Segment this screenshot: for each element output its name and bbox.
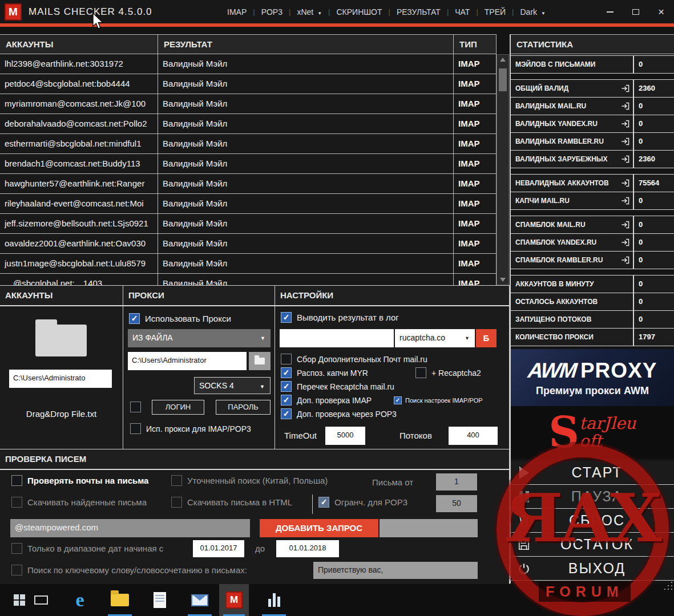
table-row[interactable]: oavaldez2001@earthlink.net:Oav030Валидны… bbox=[0, 234, 497, 254]
password-button[interactable]: ПАРОЛЬ bbox=[216, 400, 271, 415]
table-row[interactable]: justn1mage@sbcglobal.net:Lulu8579Валидны… bbox=[0, 254, 497, 274]
table-row[interactable]: myriamroman@comcast.net:Jk@100Валидный М… bbox=[0, 94, 497, 114]
column-header-type[interactable]: ТИП bbox=[454, 35, 497, 54]
taskbar-stats-app[interactable] bbox=[258, 584, 290, 616]
export-icon[interactable] bbox=[621, 179, 629, 187]
table-row[interactable]: petdoc4@sbcglobal.net:bob4444Валидный Мэ… bbox=[0, 74, 497, 94]
column-header-result[interactable]: РЕЗУЛЬТАТ bbox=[158, 35, 454, 54]
balance-button[interactable]: Б bbox=[476, 329, 497, 347]
menu-screenshot[interactable]: СКРИНШОТ bbox=[336, 7, 382, 17]
myr-captcha-checkbox[interactable] bbox=[281, 367, 292, 378]
table-row[interactable]: esthermarti@sbcglobal.net:mindful1Валидн… bbox=[0, 134, 497, 154]
taskbar-internet-explorer[interactable]: e bbox=[64, 584, 96, 616]
export-icon[interactable] bbox=[621, 84, 629, 92]
log-output-checkbox[interactable] bbox=[281, 312, 292, 323]
export-icon[interactable] bbox=[621, 102, 629, 110]
login-button[interactable]: ЛОГИН bbox=[152, 400, 204, 415]
power-control-button[interactable]: ВЫХОД bbox=[511, 557, 674, 581]
minimize-button[interactable] bbox=[597, 0, 623, 23]
cell-account: lhl2398@earthlink.net:3031972 bbox=[0, 54, 158, 74]
accounts-path-input[interactable]: C:\Users\Administrato bbox=[9, 370, 112, 388]
download-letters-checkbox[interactable] bbox=[11, 497, 22, 508]
stat-label: СПАМБЛОК RAMBLER.RU bbox=[511, 252, 633, 269]
timeout-input[interactable]: 5000 bbox=[325, 427, 365, 445]
pop3-limit-checkbox[interactable] bbox=[318, 497, 329, 508]
use-proxy-checkbox[interactable] bbox=[129, 313, 140, 324]
table-row[interactable]: brendach1@comcast.net:Buddy113Валидный М… bbox=[0, 154, 497, 174]
scroll-down-icon[interactable] bbox=[500, 278, 506, 282]
pause-control-button[interactable]: ПАУЗА bbox=[511, 485, 674, 509]
export-icon[interactable] bbox=[621, 120, 629, 128]
proxy-path-input[interactable]: C:\Users\Administrator bbox=[128, 352, 247, 370]
query-input[interactable]: @steampowered.com bbox=[10, 519, 250, 537]
cell-type: IMAP bbox=[454, 174, 497, 193]
table-scrollbar[interactable] bbox=[497, 54, 509, 285]
menu-chat[interactable]: ЧАТ bbox=[455, 7, 470, 17]
pop3-limit-input[interactable]: 50 bbox=[436, 495, 477, 512]
menu-result[interactable]: РЕЗУЛЬТАТ bbox=[397, 7, 441, 17]
captcha-service-select[interactable]: rucaptcha.co▼ bbox=[395, 329, 475, 347]
trash-control-button[interactable]: СБРОС bbox=[511, 509, 674, 533]
cell-result: Валидный Мэйл bbox=[158, 214, 454, 233]
date-from-input[interactable]: 01.01.2017 bbox=[193, 540, 244, 557]
proxy-imap-pop3-checkbox[interactable] bbox=[130, 423, 141, 434]
export-icon[interactable] bbox=[621, 238, 629, 246]
cell-result: Валидный Мэйл bbox=[158, 154, 454, 173]
scrollbar-thumb[interactable] bbox=[499, 68, 507, 91]
table-row[interactable]: rileyhaaland-evert@comcast.net:MoiВалидн… bbox=[0, 194, 497, 214]
date-to-input[interactable]: 01.01.2018 bbox=[276, 540, 339, 557]
export-icon[interactable] bbox=[621, 197, 629, 205]
table-row[interactable]: hawghunter57@earthlink.net:RangerВалидны… bbox=[0, 174, 497, 194]
letters-from-input[interactable]: 1 bbox=[436, 473, 477, 491]
proxy-auth-checkbox[interactable] bbox=[130, 402, 141, 412]
recheck-recaptcha-checkbox[interactable] bbox=[281, 381, 292, 392]
add-query-button[interactable]: ДОБАВИТЬ ЗАПРОС bbox=[260, 519, 378, 537]
menu-imap[interactable]: IMAP bbox=[227, 7, 247, 17]
play-control-button[interactable]: СТАРТ bbox=[511, 461, 674, 485]
refined-search-checkbox[interactable] bbox=[171, 475, 182, 486]
captcha-key-input[interactable] bbox=[280, 329, 394, 347]
export-icon[interactable] bbox=[621, 256, 629, 264]
scroll-up-icon[interactable] bbox=[500, 58, 506, 62]
app-logo-icon: M bbox=[5, 3, 22, 21]
resize-grip[interactable] bbox=[671, 582, 672, 583]
export-icon[interactable] bbox=[621, 137, 629, 145]
download-html-checkbox[interactable] bbox=[171, 497, 182, 508]
table-row[interactable]: deborahalvaado@comcast.net:Pollo2Валидны… bbox=[0, 114, 497, 134]
keyword-input[interactable]: Приветствую вас, bbox=[313, 562, 478, 579]
theme-dropdown[interactable]: Dark▼ bbox=[520, 7, 546, 17]
recaptcha2-checkbox[interactable] bbox=[415, 367, 426, 378]
keyword-search-checkbox[interactable] bbox=[11, 565, 22, 576]
proxy-source-select[interactable]: ИЗ ФАЙЛА▼ bbox=[128, 329, 271, 347]
folder-drop-icon[interactable] bbox=[35, 325, 87, 356]
maximize-button[interactable] bbox=[623, 0, 648, 23]
taskbar-mail[interactable] bbox=[184, 584, 216, 616]
imap-check-checkbox[interactable] bbox=[281, 395, 292, 406]
check-letters-checkbox[interactable] bbox=[11, 475, 22, 486]
taskbar-file-explorer[interactable] bbox=[104, 584, 136, 616]
task-view-button[interactable] bbox=[25, 584, 57, 616]
threads-input[interactable]: 400 bbox=[449, 427, 498, 445]
taskbar-mails-checker[interactable]: M bbox=[219, 584, 249, 616]
taskbar-notepad[interactable] bbox=[144, 584, 176, 616]
browse-folder-button[interactable] bbox=[249, 352, 271, 370]
task-view-icon bbox=[34, 595, 48, 605]
menu-pop3[interactable]: POP3 bbox=[261, 7, 282, 17]
table-row[interactable]: jeff.sizemore@bellsouth.net:LSjs0921Вали… bbox=[0, 214, 497, 234]
close-button[interactable]: × bbox=[648, 0, 674, 23]
export-icon[interactable] bbox=[621, 221, 629, 229]
proxy-type-select[interactable]: SOCKS 4▼ bbox=[194, 377, 271, 394]
save-control-button[interactable]: ОСТАТОК bbox=[511, 533, 674, 557]
menu-tray[interactable]: ТРЕЙ bbox=[485, 7, 506, 17]
export-icon[interactable] bbox=[621, 155, 629, 163]
awm-proxy-banner[interactable]: AWMPROXY Премиум прокси AWM bbox=[511, 349, 674, 406]
pop3-check-checkbox[interactable] bbox=[281, 408, 292, 419]
date-range-checkbox[interactable] bbox=[11, 543, 22, 554]
imap-settings-search-checkbox[interactable] bbox=[394, 396, 402, 404]
xnet-dropdown[interactable]: xNet▼ bbox=[297, 7, 322, 17]
table-row[interactable]: lhl2398@earthlink.net:3031972Валидный Мэ… bbox=[0, 54, 497, 74]
column-header-accounts[interactable]: АККАУНТЫ bbox=[0, 35, 158, 54]
collect-extra-mail-checkbox[interactable] bbox=[281, 354, 292, 364]
table-row[interactable]: …@sbcglobal.net:…1403Валидный МэйлIMAP bbox=[0, 274, 497, 285]
query-extra-input[interactable] bbox=[380, 519, 478, 537]
